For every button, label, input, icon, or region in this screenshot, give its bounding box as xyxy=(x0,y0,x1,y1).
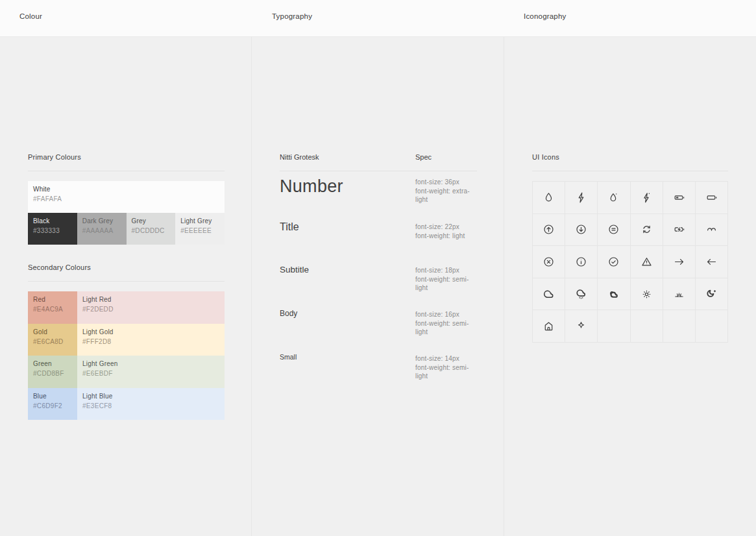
type-spec: font-size: 22pxfont-weight: light xyxy=(415,223,465,240)
arrow-up-circle-icon xyxy=(543,223,555,236)
primary-colours-label: Primary Colours xyxy=(28,153,81,161)
swatch-hex: #FFF2D8 xyxy=(82,338,225,345)
sync-icon xyxy=(640,223,653,236)
icon-cell-arrow-right xyxy=(663,246,696,278)
icon-cell-arrow-down-circle xyxy=(565,214,598,247)
swatch-name: Blue xyxy=(33,393,77,400)
swatch-hex: #AAAAAA xyxy=(82,227,127,234)
swatch-hex: #333333 xyxy=(33,227,77,234)
icon-cell-cloud xyxy=(533,278,565,311)
type-spec: font-size: 14pxfont-weight: semi-light xyxy=(415,354,477,381)
header-colour: Colour xyxy=(19,12,42,20)
swatch-hex: #F2DEDD xyxy=(82,306,225,313)
warning-triangle-icon xyxy=(640,256,653,268)
colour-swatch-light-green: Light Green#E6EBDF xyxy=(77,356,225,388)
secondary-swatch-row: Gold#E6CA8DLight Gold#FFF2D8 xyxy=(28,324,225,356)
top-header-bar: Colour Typography Iconography xyxy=(0,0,756,37)
swatch-hex: #EEEEEE xyxy=(180,227,225,234)
sunrise-icon xyxy=(673,288,685,300)
icon-cell-sync xyxy=(631,214,663,247)
header-iconography: Iconography xyxy=(524,12,567,20)
colour-swatch-gold: Gold#E6CA8D xyxy=(28,324,77,356)
font-size-note: font-size: 18px xyxy=(415,266,477,275)
colour-swatch-light-gold: Light Gold#FFF2D8 xyxy=(77,324,225,356)
primary-colour-swatch-row: Black#333333Dark Grey#AAAAAAGrey#DCDDDCL… xyxy=(28,213,225,245)
swatch-hex: #DCDDDC xyxy=(132,227,176,234)
icon-cell-droplet-dot xyxy=(598,182,630,214)
colour-swatch-grey: Grey#DCDDDC xyxy=(127,213,176,245)
font-size-note: font-size: 16px xyxy=(415,310,477,319)
icon-cell-bolt-dot xyxy=(631,182,663,214)
font-size-note: font-size: 14px xyxy=(415,354,477,363)
colour-swatch-dark-grey: Dark Grey#AAAAAA xyxy=(77,213,127,245)
secondary-colours-label: Secondary Colours xyxy=(28,263,91,271)
icon-cell-bolt xyxy=(565,182,598,214)
arrow-down-circle-icon xyxy=(575,223,587,236)
type-style-row-subtitle: Subtitlefont-size: 18pxfont-weight: semi… xyxy=(280,265,477,274)
secondary-colour-swatches: Red#E4AC9ALight Red#F2DEDDGold#E6CA8DLig… xyxy=(28,291,225,420)
column-divider xyxy=(251,37,252,536)
icon-cell-empty xyxy=(631,310,663,343)
swatch-name: Light Grey xyxy=(180,217,225,225)
arrow-left-icon xyxy=(705,256,718,268)
colour-swatch-white: White#FAFAFA xyxy=(28,181,225,213)
home-icon xyxy=(543,320,555,332)
icon-cell-empty xyxy=(663,310,696,343)
type-spec: font-size: 16pxfont-weight: semi-light xyxy=(415,310,477,337)
colour-swatch-red: Red#E4AC9A xyxy=(28,291,77,324)
swatch-name: Light Gold xyxy=(82,328,225,335)
column-divider xyxy=(504,37,504,536)
swatch-name: Green xyxy=(33,360,77,367)
type-style-row-small: Smallfont-size: 14pxfont-weight: semi-li… xyxy=(280,353,477,361)
font-weight-note: font-weight: semi-light xyxy=(415,275,477,293)
icon-cell-equals-circle xyxy=(598,214,630,247)
swatch-name: Light Blue xyxy=(82,393,225,400)
secondary-swatch-row: Red#E4AC9ALight Red#F2DEDD xyxy=(28,291,225,324)
colour-swatch-blue: Blue#C6D9F2 xyxy=(28,388,77,420)
header-typography: Typography xyxy=(272,12,312,20)
secondary-swatch-row: Blue#C6D9F2Light Blue#E3ECF8 xyxy=(28,388,225,420)
droplet-icon xyxy=(543,191,555,204)
primary-colours-rule xyxy=(28,171,225,171)
colour-swatch-green: Green#CDD8BF xyxy=(28,356,77,388)
equals-circle-icon xyxy=(607,223,620,236)
type-style-row-number: Numberfont-size: 36pxfont-weight: extra-… xyxy=(280,177,477,197)
swatch-hex: #FAFAFA xyxy=(33,195,225,202)
sun-icon xyxy=(640,288,653,300)
primary-colour-swatch-row-top: White#FAFAFA xyxy=(28,181,225,213)
icon-cell-moon-star xyxy=(696,278,728,311)
font-weight-note: font-weight: semi-light xyxy=(415,319,477,337)
battery-charging-icon xyxy=(673,223,685,236)
font-weight-note: font-weight: light xyxy=(415,232,465,241)
icon-cell-home xyxy=(533,310,565,343)
ui-icons-label: UI Icons xyxy=(532,153,559,161)
x-circle-icon xyxy=(543,256,555,268)
icon-grid xyxy=(532,181,728,343)
swatch-hex: #CDD8BF xyxy=(33,370,77,377)
cloud-partly-icon xyxy=(607,288,620,300)
cloud-drizzle-icon xyxy=(575,288,587,300)
icon-cell-waves xyxy=(696,214,728,247)
icon-cell-cloud-partly xyxy=(598,278,630,311)
spec-column-label: Spec xyxy=(415,153,432,161)
bolt-icon xyxy=(575,191,587,204)
info-circle-icon xyxy=(575,256,587,268)
swatch-hex: #E6CA8D xyxy=(33,338,77,345)
icon-cell-x-circle xyxy=(533,246,565,278)
arrow-right-icon xyxy=(673,256,685,268)
battery-empty-icon xyxy=(705,191,718,204)
waves-icon xyxy=(705,223,718,236)
colour-swatch-light-red: Light Red#F2DEDD xyxy=(77,291,225,324)
type-spec: font-size: 18pxfont-weight: semi-light xyxy=(415,266,477,293)
type-spec: font-size: 36pxfont-weight: extra-light xyxy=(415,178,477,204)
swatch-name: Red xyxy=(33,296,77,303)
swatch-name: Light Red xyxy=(82,296,225,303)
icon-cell-sparkle xyxy=(565,310,598,343)
swatch-name: Black xyxy=(33,217,77,225)
moon-star-icon xyxy=(705,288,718,300)
swatch-name: Grey xyxy=(132,217,176,225)
font-weight-note: font-weight: extra-light xyxy=(415,187,477,204)
typeface-name-label: Nitti Grotesk xyxy=(280,153,319,161)
swatch-name: Dark Grey xyxy=(82,217,127,225)
icon-cell-empty xyxy=(598,310,630,343)
